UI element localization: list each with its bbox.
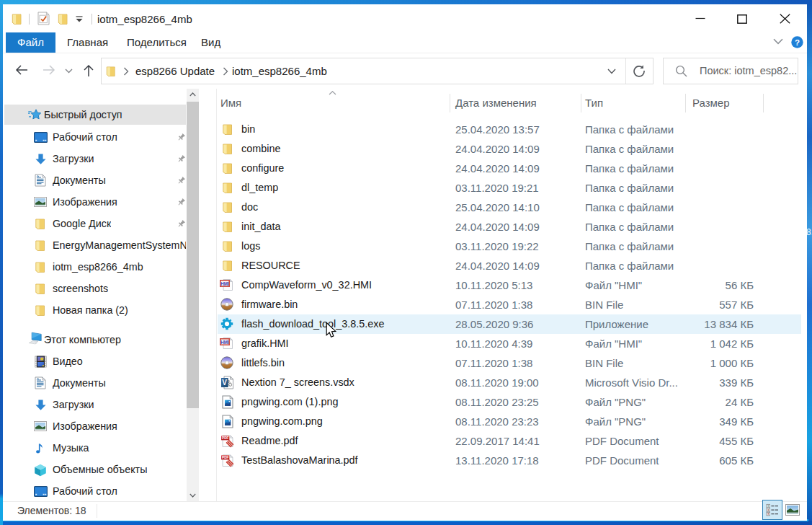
svg-text:HMI: HMI: [220, 340, 229, 345]
svg-text:HMI: HMI: [220, 281, 229, 286]
svg-text:V: V: [222, 379, 227, 387]
svg-text:?: ?: [795, 38, 800, 47]
svg-text:PDF: PDF: [222, 456, 228, 459]
svg-text:PDF: PDF: [222, 436, 228, 440]
